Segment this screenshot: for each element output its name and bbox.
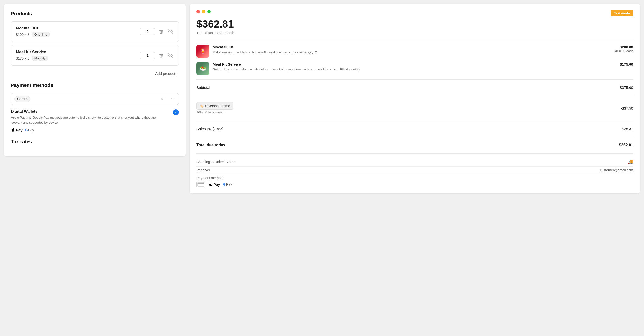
tax-rates-title: Tax rates — [11, 139, 179, 145]
price-subtext: Then $188.13 per month — [196, 31, 633, 35]
qty-input-mealkit[interactable] — [140, 52, 155, 59]
product-card-mealkit: Meal Kit Service $175 x 1 Monthly — [11, 45, 179, 66]
product-name-mealkit: Meal Kit Service — [16, 50, 48, 54]
tax-label: Sales tax (7.5%) — [196, 127, 224, 131]
receipt-payment-methods-row: Payment methods — [196, 174, 633, 182]
divider-3 — [196, 96, 633, 96]
total-value: $362.81 — [619, 143, 633, 147]
receipt-google-pay-label: Pay — [226, 182, 232, 186]
card-tag-remove[interactable]: × — [26, 97, 28, 101]
g-icon: G — [25, 128, 28, 132]
receipt-mealkit-desc: Get healthy and nutritious meals deliver… — [213, 67, 616, 72]
delete-btn-mealkit[interactable] — [158, 52, 164, 59]
divider-2 — [196, 79, 633, 80]
shipping-label: Shipping to United States — [196, 160, 235, 164]
products-title: Products — [11, 11, 179, 16]
svg-rect-3 — [198, 184, 204, 184]
receipt-product-mealkit: 🥗 Meal Kit Service Get healthy and nutri… — [196, 62, 633, 75]
tax-value: $25.31 — [622, 127, 633, 131]
payment-tags: Card × — [14, 96, 30, 102]
card-icon — [196, 182, 205, 188]
receipt-mealkit-price: $175.00 — [620, 62, 633, 66]
digital-wallets-checkbox[interactable] — [173, 109, 179, 115]
receipt-mocktail-desc: Make amazing mocktails at home with our … — [213, 50, 610, 55]
promo-label: Seasonal promo — [205, 104, 230, 108]
promo-row: 🏷️ Seasonal promo 10% off for a month -$… — [196, 100, 633, 117]
dot-yellow[interactable] — [202, 10, 205, 13]
product-badge-mocktail: One time — [32, 32, 50, 37]
receipt-mealkit-info: Meal Kit Service Get healthy and nutriti… — [213, 62, 616, 72]
shipping-row: Shipping to United States 🚚 — [196, 158, 633, 166]
promo-sub: 10% off for a month — [196, 110, 233, 114]
shipping-icon: 🚚 — [628, 159, 633, 164]
mocktail-thumbnail: 🍹 — [196, 45, 209, 58]
promo-badge: 🏷️ Seasonal promo — [196, 102, 233, 110]
delete-btn-mocktail[interactable] — [158, 28, 164, 35]
left-panel: Products Mocktail Kit $100 x 2 One time — [4, 4, 186, 156]
divider-4 — [196, 120, 633, 121]
receipt-product-mocktail: 🍹 Mocktail Kit Make amazing mocktails at… — [196, 45, 633, 58]
product-price-mealkit: $175 x 1 — [16, 56, 29, 60]
card-tag[interactable]: Card × — [14, 96, 30, 102]
product-badge-mealkit: Monthly — [32, 56, 48, 61]
tax-row: Sales tax (7.5%) $25.31 — [196, 125, 633, 133]
product-controls-mocktail — [140, 28, 174, 35]
product-price-mocktail: $100 x 2 — [16, 33, 29, 36]
hide-btn-mocktail[interactable] — [167, 28, 174, 35]
digital-wallets-row: Digital Wallets Apple Pay and Google Pay… — [11, 109, 179, 132]
price-total: $362.81 — [196, 18, 633, 30]
total-label: Total due today — [196, 143, 225, 147]
tax-rates-section: Tax rates — [11, 139, 179, 145]
mealkit-thumbnail: 🥗 — [196, 62, 209, 75]
qty-input-mocktail[interactable] — [140, 28, 155, 35]
right-panel: Test mode $362.81 Then $188.13 per month… — [190, 4, 640, 193]
receipt-mocktail-name: Mocktail Kit — [213, 45, 610, 49]
receipt-apple-pay: Pay — [208, 182, 220, 187]
payment-methods-title: Payment methods — [11, 82, 179, 88]
card-tag-label: Card — [17, 97, 24, 101]
receipt-payment-methods-label: Payment methods — [196, 176, 224, 180]
receipt-mealkit-price-main: $175.00 — [620, 62, 633, 66]
receiver-value: customer@email.com — [600, 168, 633, 172]
promo-badge-wrapper: 🏷️ Seasonal promo 10% off for a month — [196, 102, 233, 114]
digital-wallets-title: Digital Wallets — [11, 109, 173, 114]
payment-select-row[interactable]: Card × × — [11, 93, 179, 105]
window-dots — [196, 10, 633, 13]
google-pay-label: Pay — [28, 128, 34, 132]
add-product-button[interactable]: Add product + — [155, 72, 179, 76]
google-pay-logo: G Pay — [25, 128, 34, 132]
receipt-mocktail-price-main: $200.00 — [614, 45, 633, 49]
hide-btn-mealkit[interactable] — [167, 52, 174, 59]
add-product-label: Add product — [155, 72, 175, 76]
dot-red[interactable] — [196, 10, 200, 13]
digital-wallets-info: Digital Wallets Apple Pay and Google Pay… — [11, 109, 173, 132]
receiver-row: Receiver customer@email.com — [196, 166, 633, 174]
receipt-mocktail-info: Mocktail Kit Make amazing mocktails at h… — [213, 45, 610, 55]
clear-select-btn[interactable]: × — [160, 96, 164, 102]
product-info-mocktail: Mocktail Kit $100 x 2 One time — [16, 26, 50, 37]
digital-wallets-desc: Apple Pay and Google Pay methods are aut… — [11, 115, 158, 125]
dropdown-btn[interactable] — [169, 96, 175, 102]
receiver-label: Receiver — [196, 168, 210, 172]
promo-icon: 🏷️ — [200, 104, 204, 108]
apple-pay-label: Pay — [16, 128, 22, 132]
divider-5 — [196, 137, 633, 137]
promo-discount: -$37.50 — [621, 106, 633, 110]
divider-1 — [196, 41, 633, 41]
receipt-mealkit-name: Meal Kit Service — [213, 62, 616, 66]
product-info-mealkit: Meal Kit Service $175 x 1 Monthly — [16, 50, 48, 61]
receipt-google-pay: G Pay — [223, 182, 232, 186]
product-name-mocktail: Mocktail Kit — [16, 26, 50, 30]
receipt-mocktail-price-each: $100.00 each — [614, 49, 633, 53]
select-icons: × — [160, 96, 175, 102]
info-section: Shipping to United States 🚚 Receiver cus… — [196, 158, 633, 188]
receipt-apple-pay-label: Pay — [214, 182, 220, 187]
receipt-mocktail-price: $200.00 $100.00 each — [614, 45, 633, 53]
payment-methods-section: Payment methods Card × × Digital — [11, 82, 179, 132]
subtotal-label: Subtotal — [196, 86, 210, 90]
receipt-pay-logos: Pay G Pay — [196, 182, 633, 188]
dot-green[interactable] — [207, 10, 211, 13]
subtotal-row: Subtotal $375.00 — [196, 84, 633, 92]
select-divider — [166, 96, 167, 102]
product-price-row-mocktail: $100 x 2 One time — [16, 32, 50, 37]
